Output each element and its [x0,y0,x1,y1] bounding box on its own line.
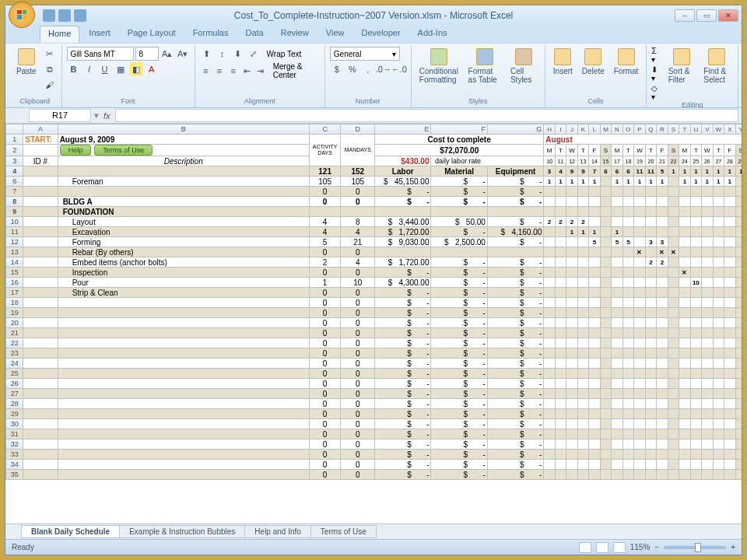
comma-icon[interactable]: , [361,62,375,76]
terms-button[interactable]: Terms of Use [94,145,153,156]
col-header[interactable]: A [23,124,58,135]
insert-cells-button[interactable]: Insert [550,47,576,77]
office-button[interactable] [9,2,35,28]
dec-decimal-icon[interactable]: ←.0 [392,62,406,76]
percent-icon[interactable]: % [345,62,359,76]
col-header[interactable]: U [690,124,701,135]
grow-font-icon[interactable]: A▴ [160,47,174,61]
ribbon-tab-formulas[interactable]: Formulas [185,26,237,43]
wrap-text-button[interactable]: Wrap Text [267,50,302,58]
col-header[interactable]: S [668,124,679,135]
ribbon-tab-add-ins[interactable]: Add-Ins [410,26,455,43]
merge-center-button[interactable]: Merge & Center [273,62,320,79]
minimize-button[interactable]: – [675,9,695,22]
ribbon-tab-review[interactable]: Review [273,26,317,43]
col-header[interactable]: B [58,124,309,135]
format-painter-icon[interactable]: 🖌 [43,78,57,92]
sheet-tab[interactable]: Blank Daily Schedule [21,525,120,538]
autosum-icon[interactable]: Σ ▾ [651,47,661,64]
view-break-icon[interactable] [613,542,626,553]
col-header[interactable]: K [577,124,588,135]
align-bottom-icon[interactable]: ⬇ [231,47,245,61]
fx-icon[interactable]: fx [99,111,115,121]
ribbon-tab-developer[interactable]: Developer [353,26,408,43]
close-button[interactable]: ✕ [718,9,738,22]
col-header[interactable]: F [431,124,487,135]
paste-button[interactable]: Paste [13,47,40,77]
format-cells-button[interactable]: Format [611,47,642,77]
col-header[interactable]: J [566,124,577,135]
border-icon[interactable]: ▦ [114,62,128,76]
col-header[interactable]: O [622,124,633,135]
align-middle-icon[interactable]: ↕ [216,47,230,61]
orientation-icon[interactable]: ⤢ [247,47,261,61]
zoom-slider[interactable] [664,546,726,549]
col-header[interactable]: P [634,124,645,135]
undo-icon[interactable] [58,9,71,22]
maximize-button[interactable]: ▭ [696,9,717,22]
help-button[interactable]: Help [60,145,92,156]
col-header[interactable]: I [555,124,566,135]
find-select-button[interactable]: Find & Select [700,47,733,86]
shrink-font-icon[interactable]: A▾ [176,47,190,61]
view-layout-icon[interactable] [596,542,608,553]
zoom-level[interactable]: 115% [630,543,651,551]
fill-icon[interactable]: ⬇ ▾ [651,65,661,82]
zoom-out-button[interactable]: − [654,543,659,551]
col-header[interactable]: V [702,124,713,135]
sheet-tab[interactable]: Help and Info [244,525,311,538]
col-header[interactable]: M [600,124,611,135]
indent-inc-icon[interactable]: ⇥ [254,64,267,78]
col-header[interactable]: Y [735,124,742,135]
col-header[interactable]: D [341,124,375,135]
sheet-tab[interactable]: Example & Instruction Bubbles [119,525,245,538]
col-header[interactable]: R [657,124,668,135]
ribbon-tab-insert[interactable]: Insert [81,26,118,43]
align-right-icon[interactable]: ≡ [227,64,240,78]
align-top-icon[interactable]: ⬆ [200,47,214,61]
col-header[interactable]: C [309,124,341,135]
col-header[interactable]: T [679,124,690,135]
col-header[interactable]: Q [645,124,656,135]
col-header[interactable]: E [375,124,431,135]
spreadsheet-grid[interactable]: ABCDEFGHIJKLMNOPQRSTUVWXYZAAABACADAE1STA… [5,124,742,523]
cell-styles-button[interactable]: Cell Styles [507,47,540,86]
format-as-table-button[interactable]: Format as Table [465,47,504,86]
zoom-in-button[interactable]: + [731,543,735,551]
font-size-select[interactable]: 8 [135,47,159,61]
font-color-icon[interactable]: A [145,62,159,76]
name-box[interactable]: R17 [29,109,91,122]
sort-filter-button[interactable]: Sort & Filter [665,47,698,86]
view-normal-icon[interactable] [579,542,591,553]
save-icon[interactable] [43,9,55,22]
select-all-cell[interactable] [6,124,23,135]
clear-icon[interactable]: ◇ ▾ [651,84,661,101]
col-header[interactable]: N [612,124,622,135]
italic-button[interactable]: I [82,62,96,76]
font-name-select[interactable]: Gill Sans MT [67,47,134,61]
conditional-formatting-button[interactable]: Conditional Formatting [416,47,462,86]
col-header[interactable]: X [724,124,735,135]
redo-icon[interactable] [74,9,86,22]
currency-icon[interactable]: $ [330,62,344,76]
bold-button[interactable]: B [67,62,81,76]
copy-icon[interactable]: ⧉ [43,62,57,76]
formula-bar[interactable] [115,109,738,122]
cut-icon[interactable]: ✂ [43,47,57,61]
number-format-select[interactable]: General▾ [330,47,400,61]
ribbon-tab-data[interactable]: Data [237,26,271,43]
ribbon-tab-home[interactable]: Home [40,26,79,43]
align-center-icon[interactable]: ≡ [213,64,226,78]
col-header[interactable]: L [589,124,600,135]
col-header[interactable]: G [487,124,543,135]
ribbon-tab-page-layout[interactable]: Page Layout [120,26,184,43]
inc-decimal-icon[interactable]: .0→ [377,62,391,76]
underline-button[interactable]: U [98,62,112,76]
ribbon-tab-view[interactable]: View [318,26,352,43]
align-left-icon[interactable]: ≡ [200,64,212,78]
col-header[interactable]: H [544,124,555,135]
delete-cells-button[interactable]: Delete [579,47,608,77]
sheet-tab[interactable]: Terms of Use [310,525,377,538]
indent-dec-icon[interactable]: ⇤ [240,64,253,78]
fill-color-icon[interactable]: ◧ [129,62,143,76]
